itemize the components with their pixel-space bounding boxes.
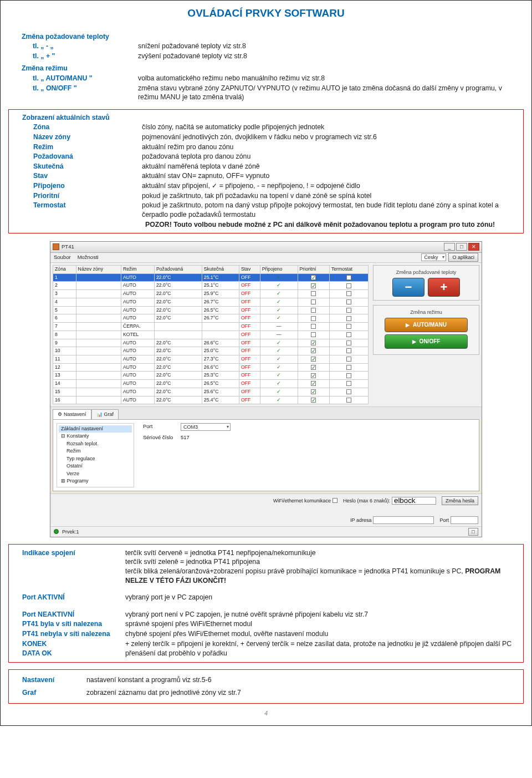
priority-checkbox[interactable] xyxy=(311,348,316,353)
zones-table[interactable]: Zóna Název zóny Režim Požadovaná Skutečn… xyxy=(53,265,369,404)
priority-checkbox[interactable] xyxy=(311,316,316,321)
table-row[interactable]: 10AUTO22.0°C25.0°COFF✓ xyxy=(53,347,369,355)
tree-rezim[interactable]: Režim xyxy=(59,448,132,455)
lab-pt41-nalezena: PT41 byla v síti nalezena xyxy=(14,619,125,629)
maximize-button[interactable]: □ xyxy=(456,243,467,251)
table-row[interactable]: 14AUTO22.0°C26.5°COFF✓ xyxy=(53,380,369,388)
language-dropdown[interactable]: Česky xyxy=(421,253,446,261)
status-label: Stav xyxy=(22,171,89,181)
wifi-checkbox[interactable] xyxy=(332,498,337,503)
onoff-button[interactable]: ▶ON/OFF xyxy=(385,334,468,349)
tree-ostatni[interactable]: Ostatní xyxy=(59,462,132,470)
col-prioritni[interactable]: Prioritní xyxy=(298,265,329,273)
thermostat-checkbox[interactable] xyxy=(346,316,351,321)
tree-konstanty[interactable]: ⊟ Konstanty xyxy=(59,433,132,440)
table-row[interactable]: 9AUTO22.0°C26.6°COFF✓ xyxy=(53,339,369,347)
col-pripojeno[interactable]: Připojeno xyxy=(260,265,298,273)
priority-checkbox[interactable] xyxy=(311,381,316,386)
col-rezim[interactable]: Režim xyxy=(121,265,154,273)
table-row[interactable]: 7ČERPA.OFF— xyxy=(53,323,369,331)
thermostat-checkbox[interactable] xyxy=(346,381,351,386)
menu-soubor[interactable]: Soubor xyxy=(54,254,71,261)
col-nazev[interactable]: Název zóny xyxy=(76,265,121,273)
label-btn-onoff: tl. „ ON/OFF " xyxy=(33,84,138,102)
tree-zakladni[interactable]: Základní nastavení xyxy=(59,425,132,433)
priority-checkbox[interactable] xyxy=(311,324,316,329)
priority-checkbox[interactable] xyxy=(311,357,316,362)
status-label: Název zóny xyxy=(22,133,89,142)
config-tree[interactable]: Základní nastavení ⊟ Konstanty Rozsah te… xyxy=(57,423,134,487)
menu-moznosti[interactable]: Možnosti xyxy=(78,254,99,261)
col-termostat[interactable]: Termostat xyxy=(329,265,368,273)
thermostat-checkbox[interactable] xyxy=(346,324,351,329)
thermostat-checkbox[interactable] xyxy=(346,283,351,288)
priority-checkbox[interactable] xyxy=(311,275,316,280)
priority-checkbox[interactable] xyxy=(311,283,316,288)
label-btn-minus: tl. „ - „ xyxy=(33,42,138,51)
thermostat-checkbox[interactable] xyxy=(346,357,351,362)
priority-checkbox[interactable] xyxy=(311,389,316,394)
warning-text: ! Touto volbou nebude možné z PC ani dál… xyxy=(170,221,495,228)
cfg-port-dropdown[interactable]: COM3 xyxy=(181,423,231,431)
password-input[interactable] xyxy=(392,497,436,505)
table-row[interactable]: 12AUTO22.0°C26.6°COFF✓ xyxy=(53,363,369,372)
col-pozadovana[interactable]: Požadovaná xyxy=(154,265,202,273)
tree-programy[interactable]: ⊞ Programy xyxy=(59,477,132,485)
thermostat-checkbox[interactable] xyxy=(346,275,351,280)
thermostat-checkbox[interactable] xyxy=(346,299,351,304)
status-text: Prvek:1 xyxy=(62,528,79,535)
table-row[interactable]: 11AUTO22.0°C27.3°COFF✓ xyxy=(53,355,369,364)
automanu-button[interactable]: ▶AUTO/MANU xyxy=(385,318,468,332)
tab-graf[interactable]: 📊 Graf xyxy=(91,409,119,419)
priority-checkbox[interactable] xyxy=(311,291,316,296)
table-row[interactable]: 4AUTO22.0°C26.7°COFF✓ xyxy=(53,298,369,306)
minimize-button[interactable]: _ xyxy=(444,243,455,251)
table-row[interactable]: 3AUTO22.0°C25.9°COFF✓ xyxy=(53,290,369,298)
config-area: Základní nastavení ⊟ Konstanty Rozsah te… xyxy=(53,419,479,491)
thermostat-checkbox[interactable] xyxy=(346,389,351,394)
table-row[interactable]: 13AUTO22.0°C25.3°COFF✓ xyxy=(53,372,369,380)
close-button[interactable]: ✕ xyxy=(468,243,479,251)
thermostat-checkbox[interactable] xyxy=(346,308,351,313)
window-title: PT41 xyxy=(62,243,74,251)
desc-data-ok: přenášení dat proběhlo v pořádku xyxy=(125,649,518,658)
priority-checkbox[interactable] xyxy=(311,373,316,378)
tab-nastaveni[interactable]: ⚙ Nastavení xyxy=(53,409,91,419)
tree-verze[interactable]: Verze xyxy=(59,470,132,478)
table-row[interactable]: 8KOTELOFF— xyxy=(53,330,369,339)
table-row[interactable]: 2AUTO22.0°C25.1°COFF✓ xyxy=(53,282,369,290)
temp-minus-button[interactable]: − xyxy=(392,278,424,297)
temp-plus-button[interactable]: + xyxy=(428,278,460,297)
priority-checkbox[interactable] xyxy=(311,398,316,403)
table-row[interactable]: 15AUTO22.0°C25.6°COFF✓ xyxy=(53,388,369,396)
statusbar-button[interactable]: □ xyxy=(468,528,478,536)
priority-checkbox[interactable] xyxy=(311,365,316,370)
col-stav[interactable]: Stav xyxy=(239,265,260,273)
thermostat-checkbox[interactable] xyxy=(346,365,351,370)
table-row[interactable]: 16AUTO22.0°C25.4°COFF✓ xyxy=(53,396,369,404)
thermostat-checkbox[interactable] xyxy=(346,332,351,337)
col-skutecna[interactable]: Skutečná xyxy=(202,265,239,273)
priority-checkbox[interactable] xyxy=(311,308,316,313)
table-row[interactable]: 1AUTO22.0°C25.1°COFF✓ xyxy=(53,273,369,282)
thermostat-checkbox[interactable] xyxy=(346,291,351,296)
ip-input[interactable] xyxy=(373,516,434,524)
change-password-button[interactable]: Změna hesla xyxy=(442,496,478,505)
priority-checkbox[interactable] xyxy=(311,332,316,337)
thermostat-checkbox[interactable] xyxy=(346,340,351,345)
table-row[interactable]: 6AUTO22.0°C26.7°COFF✓ xyxy=(53,314,369,323)
thermostat-checkbox[interactable] xyxy=(346,398,351,403)
about-button[interactable]: O aplikaci xyxy=(448,253,478,262)
lab-pt41-nenalezena: PT41 nebyla v síti nalezena xyxy=(14,629,125,639)
tree-typregulace[interactable]: Typ regulace xyxy=(59,455,132,463)
thermostat-checkbox[interactable] xyxy=(346,373,351,378)
table-row[interactable]: 5AUTO22.0°C26.5°COFF✓ xyxy=(53,306,369,314)
priority-checkbox[interactable] xyxy=(311,340,316,345)
cfg-serial-label: Sériové číslo xyxy=(143,434,176,441)
col-zona[interactable]: Zóna xyxy=(53,265,76,273)
tree-rozsah[interactable]: Rozsah teplot. xyxy=(59,440,132,448)
netport-input[interactable] xyxy=(451,516,478,524)
thermostat-checkbox[interactable] xyxy=(346,348,351,353)
priority-checkbox[interactable] xyxy=(311,299,316,304)
side-panel: Změna požadované teploty − + Změna režim… xyxy=(371,263,482,406)
